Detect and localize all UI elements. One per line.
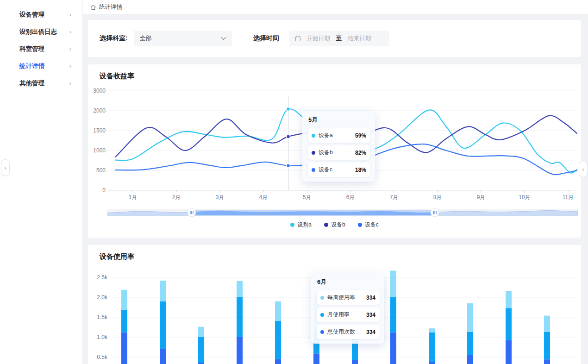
chevron-right-icon: › bbox=[69, 63, 71, 69]
hover-marker bbox=[287, 107, 290, 111]
bar-chart-tooltip: 6月每周使用率334月使用率334总使用次数334 bbox=[311, 273, 384, 344]
tooltip-row: 设备b82% bbox=[308, 145, 370, 160]
bar-segment-9月-0 bbox=[429, 362, 435, 364]
tooltip-series-name: 总使用次数 bbox=[327, 328, 355, 336]
revenue-chart-card: 设备收益率 300020001500100050001月2月3月4月5月6月7月… bbox=[88, 64, 581, 238]
legend-item-0[interactable]: 设别a bbox=[290, 221, 312, 229]
legend-dot-icon bbox=[324, 223, 328, 227]
tooltip-title: 5月 bbox=[308, 116, 370, 124]
sidebar-item-1[interactable]: 设别出借日志› bbox=[0, 23, 82, 40]
bar-segment-11月-2 bbox=[506, 291, 512, 308]
chevron-right-icon: › bbox=[69, 28, 71, 35]
legend-label: 设备c bbox=[365, 221, 379, 229]
sidebar-expand-button[interactable]: › bbox=[1, 159, 10, 176]
tooltip-series-value: 334 bbox=[366, 312, 375, 318]
bar-segment-10月-0 bbox=[467, 355, 473, 364]
tooltip-series-value: 18% bbox=[355, 167, 366, 173]
calendar-icon bbox=[295, 36, 301, 42]
statistics-page: { "page": {"background": "#f0f2f5"}, "si… bbox=[0, 0, 588, 364]
sidebar-menu: 设备管理›设别出借日志›科室管理›统计详情›其他管理› bbox=[0, 0, 82, 92]
x-axis-label: 6月 bbox=[346, 194, 355, 201]
bar-segment-1月-1 bbox=[121, 310, 127, 333]
bar-segment-1月-2 bbox=[121, 290, 127, 310]
y-axis-tick: 1000 bbox=[93, 147, 106, 154]
y-axis-tick: 0 bbox=[102, 187, 106, 194]
department-select[interactable]: 全部 bbox=[134, 31, 232, 46]
revenue-chart-title: 设备收益率 bbox=[100, 72, 134, 81]
legend-item-1[interactable]: 设备b bbox=[324, 221, 345, 229]
bar-segment-11月-0 bbox=[506, 340, 512, 364]
chevron-right-icon: › bbox=[69, 45, 71, 52]
sidebar-item-label: 统计详情 bbox=[19, 62, 44, 70]
bar-segment-12月-2 bbox=[544, 316, 550, 332]
hover-marker bbox=[287, 135, 290, 138]
sidebar-item-0[interactable]: 设备管理› bbox=[0, 6, 82, 23]
tooltip-title: 6月 bbox=[317, 278, 380, 286]
bar-segment-10月-1 bbox=[467, 332, 473, 355]
x-axis-label: 7月 bbox=[390, 194, 399, 201]
usage-chart-card: 设备使用率 2.5k2.0k1.5k1.0k0.5k 6月每周使用率334月使用… bbox=[88, 245, 581, 364]
series-dot-icon bbox=[320, 296, 324, 300]
sidebar-item-label: 设别出借日志 bbox=[19, 28, 57, 36]
datazoom-handle-1[interactable] bbox=[431, 208, 439, 217]
sidebar-item-label: 其他管理 bbox=[19, 79, 44, 88]
legend-item-2[interactable]: 设备c bbox=[358, 221, 379, 229]
bar-segment-8月-1 bbox=[390, 297, 396, 333]
tooltip-series-name: 设备c bbox=[319, 166, 332, 174]
series-dot-icon bbox=[312, 151, 315, 155]
chevron-right-icon: › bbox=[69, 11, 71, 18]
y-axis-tick: 2000 bbox=[93, 107, 106, 114]
x-axis-label: 5月 bbox=[303, 194, 312, 201]
bar-segment-4月-2 bbox=[237, 281, 243, 297]
legend-label: 设别a bbox=[297, 221, 312, 229]
bar-segment-5月-1 bbox=[275, 321, 281, 359]
series-dot-icon bbox=[320, 330, 324, 334]
chart-legend: 设别a设备b设备c bbox=[88, 221, 581, 229]
department-filter-label: 选择科室: bbox=[100, 34, 128, 43]
x-axis-label: 8月 bbox=[433, 194, 442, 201]
department-select-value: 全部 bbox=[140, 34, 152, 43]
panel-collapse-button[interactable]: ‹ bbox=[579, 161, 588, 177]
bar-segment-4月-0 bbox=[237, 337, 243, 364]
filter-card: 选择科室: 全部 选择时间 开始日期 至 结束日期 bbox=[88, 20, 581, 57]
sidebar-item-3[interactable]: 统计详情› bbox=[0, 57, 82, 75]
tooltip-series-value: 59% bbox=[355, 132, 366, 139]
bar-segment-10月-2 bbox=[467, 303, 473, 332]
date-range-picker[interactable]: 开始日期 至 结束日期 bbox=[289, 31, 389, 46]
sidebar-item-4[interactable]: 其他管理› bbox=[0, 75, 82, 92]
x-axis-label: 9月 bbox=[477, 194, 486, 201]
sidebar-item-label: 科室管理 bbox=[19, 45, 44, 53]
series-dot-icon bbox=[312, 134, 315, 138]
hover-marker bbox=[287, 164, 290, 168]
tooltip-row: 设备c18% bbox=[308, 163, 370, 177]
x-axis-label: 1月 bbox=[129, 194, 138, 201]
x-axis-label: 10月 bbox=[519, 194, 530, 201]
sidebar-item-2[interactable]: 科室管理› bbox=[0, 40, 82, 57]
tooltip-series-value: 82% bbox=[355, 150, 366, 156]
breadcrumb-label: 统计详情 bbox=[99, 3, 122, 11]
bar-segment-9月-2 bbox=[429, 328, 435, 333]
y-axis-tick: 3000 bbox=[93, 88, 106, 94]
start-date-input[interactable]: 开始日期 bbox=[307, 35, 330, 43]
bar-segment-6月-0 bbox=[313, 353, 319, 364]
datazoom-handle-0[interactable] bbox=[188, 208, 196, 217]
bar-segment-12月-0 bbox=[544, 359, 550, 364]
x-axis-label: 11月 bbox=[563, 194, 574, 201]
sidebar-item-label: 设备管理 bbox=[19, 11, 44, 19]
end-date-input[interactable]: 结束日期 bbox=[348, 35, 371, 43]
y-axis-tick: 1500 bbox=[93, 127, 106, 134]
breadcrumb: 统计详情 bbox=[82, 0, 588, 14]
tooltip-series-name: 设备b bbox=[319, 149, 333, 157]
tooltip-series-value: 334 bbox=[366, 329, 375, 335]
tooltip-series-name: 设备a bbox=[319, 132, 333, 139]
bar-segment-3月-2 bbox=[198, 327, 204, 337]
bar-segment-4月-1 bbox=[237, 297, 243, 337]
y-axis-tick: 2.5k bbox=[97, 274, 108, 281]
x-axis-label: 4月 bbox=[259, 194, 268, 201]
x-axis-label: 3月 bbox=[216, 194, 225, 201]
bar-segment-5月-0 bbox=[275, 359, 281, 364]
bar-segment-12月-1 bbox=[544, 332, 550, 359]
tooltip-row: 设备a59% bbox=[308, 128, 370, 143]
tooltip-series-name: 月使用率 bbox=[327, 311, 350, 319]
usage-chart-title: 设备使用率 bbox=[100, 252, 134, 261]
